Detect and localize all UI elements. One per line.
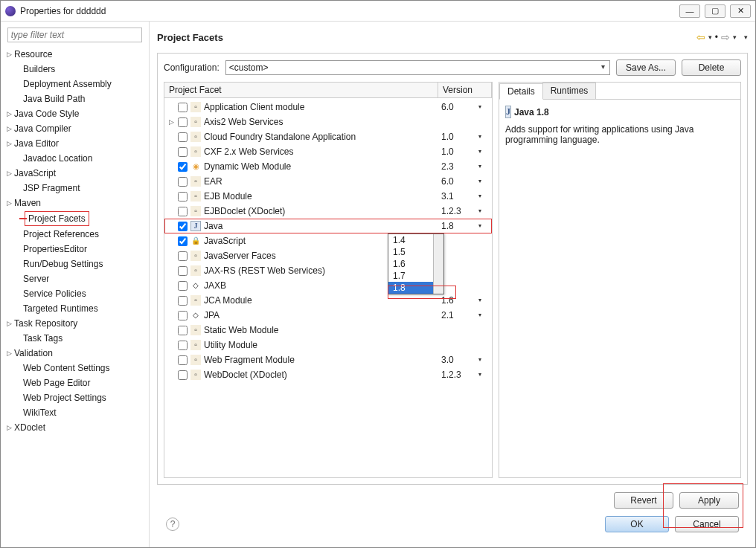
facet-row[interactable]: ▫Web Fragment Module3.0▾ (164, 352, 492, 367)
facet-checkbox[interactable] (178, 355, 188, 365)
expand-icon[interactable]: ▷ (5, 346, 13, 360)
tab-runtimes[interactable]: Runtimes (542, 83, 597, 99)
facet-row[interactable]: ▫EJB Module3.1▾ (164, 189, 492, 204)
facet-checkbox[interactable] (178, 162, 188, 172)
expand-icon[interactable]: ▷ (5, 317, 13, 330)
sidebar-item-deployment-assembly[interactable]: Deployment Assembly (4, 77, 146, 91)
sidebar-item-project-references[interactable]: Project References (4, 227, 146, 242)
version-dropdown-icon[interactable]: ▾ (478, 368, 489, 381)
facet-row[interactable]: ◉Dynamic Web Module2.3▾ (164, 159, 492, 174)
sidebar-item-builders[interactable]: Builders (4, 62, 146, 77)
back-menu-icon[interactable]: ▾ (708, 33, 712, 41)
version-dropdown-icon[interactable]: ▾ (478, 145, 489, 158)
config-combo[interactable]: <custom> (225, 60, 610, 75)
sidebar-item-task-tags[interactable]: Task Tags (4, 331, 146, 346)
facet-checkbox[interactable] (178, 251, 188, 261)
version-dropdown-icon[interactable]: ▾ (478, 100, 489, 114)
facet-checkbox[interactable] (178, 192, 188, 202)
facet-row[interactable]: ▫Static Web Module (164, 323, 492, 338)
sidebar-item-jsp-fragment[interactable]: JSP Fragment (4, 181, 146, 196)
version-dropdown-icon[interactable]: ▾ (478, 130, 489, 144)
sidebar-item-validation[interactable]: ▷Validation (4, 346, 146, 361)
sidebar-item-javascript[interactable]: ▷JavaScript (4, 166, 146, 181)
tab-details[interactable]: Details (499, 83, 543, 100)
sidebar-item-project-facets[interactable]: Project Facets (4, 210, 146, 227)
facet-checkbox[interactable] (178, 132, 188, 142)
sidebar-item-java-build-path[interactable]: Java Build Path (4, 91, 146, 106)
facet-row[interactable]: JJava1.8▾ (164, 219, 492, 233)
sidebar-item-xdoclet[interactable]: ▷XDoclet (4, 420, 146, 435)
expand-icon[interactable]: ▷ (5, 107, 13, 120)
expand-icon[interactable]: ▷ (5, 48, 13, 61)
facet-row[interactable]: ▫Utility Module (164, 338, 492, 352)
col-project-facet[interactable]: Project Facet (164, 83, 438, 97)
sidebar-item-server[interactable]: Server (4, 271, 146, 286)
facet-checkbox[interactable] (178, 147, 188, 157)
expand-icon[interactable]: ▷ (5, 421, 13, 434)
ok-button[interactable]: OK (605, 516, 669, 532)
forward-menu-icon[interactable]: ▾ (733, 33, 737, 41)
facet-checkbox[interactable] (178, 281, 188, 291)
sidebar-item-run-debug-settings[interactable]: Run/Debug Settings (4, 257, 146, 271)
facet-checkbox[interactable] (178, 117, 188, 127)
back-icon[interactable]: ⇦ (696, 31, 705, 43)
facet-checkbox[interactable] (178, 326, 188, 335)
minimize-button[interactable]: — (679, 4, 700, 18)
version-dropdown-icon[interactable]: ▾ (478, 175, 489, 188)
save-as-button[interactable]: Save As... (616, 59, 676, 76)
expand-icon[interactable]: ▷ (5, 167, 13, 180)
facet-checkbox[interactable] (178, 341, 188, 350)
facet-checkbox[interactable] (178, 222, 188, 231)
facet-row[interactable]: ▷▫Axis2 Web Services (164, 115, 492, 129)
sidebar-item-propertieseditor[interactable]: PropertiesEditor (4, 242, 146, 257)
expand-icon[interactable]: ▷ (5, 122, 13, 135)
facet-checkbox[interactable] (178, 266, 188, 276)
facet-row[interactable]: ▫CXF 2.x Web Services1.0▾ (164, 144, 492, 159)
facet-checkbox[interactable] (178, 177, 188, 187)
sidebar-item-resource[interactable]: ▷Resource (4, 47, 146, 62)
facet-row[interactable]: ▫WebDoclet (XDoclet)1.2.3▾ (164, 367, 492, 382)
version-dropdown-icon[interactable]: ▾ (478, 219, 489, 233)
maximize-button[interactable]: ▢ (705, 4, 725, 18)
sidebar-item-targeted-runtimes[interactable]: Targeted Runtimes (4, 301, 146, 316)
version-dropdown-icon[interactable]: ▾ (478, 204, 489, 218)
version-dropdown-icon[interactable]: ▾ (478, 294, 489, 307)
facet-row[interactable]: ▫EJBDoclet (XDoclet)1.2.3▾ (164, 204, 492, 219)
expand-icon[interactable]: ▷ (5, 196, 13, 210)
facet-row[interactable]: ▫Application Client module6.0▾ (164, 100, 492, 115)
expand-icon[interactable]: ▷ (167, 115, 175, 129)
sidebar-item-java-editor[interactable]: ▷Java Editor (4, 136, 146, 151)
version-dropdown-icon[interactable]: ▾ (478, 160, 489, 173)
facet-checkbox[interactable] (178, 296, 188, 306)
version-dropdown-icon[interactable]: ▾ (478, 190, 489, 203)
facet-checkbox[interactable] (178, 103, 188, 112)
facet-row[interactable]: ▫Cloud Foundry Standalone Application1.0… (164, 129, 492, 144)
facet-row[interactable]: ▫EAR6.0▾ (164, 174, 492, 189)
dropdown-scrollbar[interactable] (433, 234, 443, 294)
sidebar-item-task-repository[interactable]: ▷Task Repository (4, 316, 146, 331)
view-menu-icon[interactable]: ▾ (744, 33, 748, 41)
facet-checkbox[interactable] (178, 311, 188, 320)
sidebar-item-wikitext[interactable]: WikiText (4, 405, 146, 420)
sidebar-item-java-code-style[interactable]: ▷Java Code Style (4, 106, 146, 121)
facet-row[interactable]: ◇JPA2.1▾ (164, 308, 492, 323)
sidebar-item-service-policies[interactable]: Service Policies (4, 286, 146, 301)
close-button[interactable]: ✕ (730, 4, 751, 18)
facet-checkbox[interactable] (178, 207, 188, 216)
forward-icon[interactable]: ⇨ (721, 31, 730, 43)
help-icon[interactable]: ? (166, 518, 179, 531)
version-dropdown-icon[interactable]: ▾ (478, 309, 489, 322)
filter-input[interactable] (7, 28, 142, 42)
sidebar-item-web-content-settings[interactable]: Web Content Settings (4, 361, 146, 375)
expand-icon[interactable]: ▷ (5, 137, 13, 150)
col-version[interactable]: Version (438, 83, 492, 97)
version-dropdown-icon[interactable]: ▾ (478, 353, 489, 367)
facet-checkbox[interactable] (178, 236, 188, 246)
delete-button[interactable]: Delete (682, 59, 741, 76)
sidebar-item-java-compiler[interactable]: ▷Java Compiler (4, 121, 146, 136)
facet-checkbox[interactable] (178, 370, 188, 380)
sidebar-item-maven[interactable]: ▷Maven (4, 196, 146, 210)
sidebar-item-javadoc-location[interactable]: Javadoc Location (4, 151, 146, 166)
sidebar-item-web-project-settings[interactable]: Web Project Settings (4, 390, 146, 405)
sidebar-item-web-page-editor[interactable]: Web Page Editor (4, 375, 146, 390)
